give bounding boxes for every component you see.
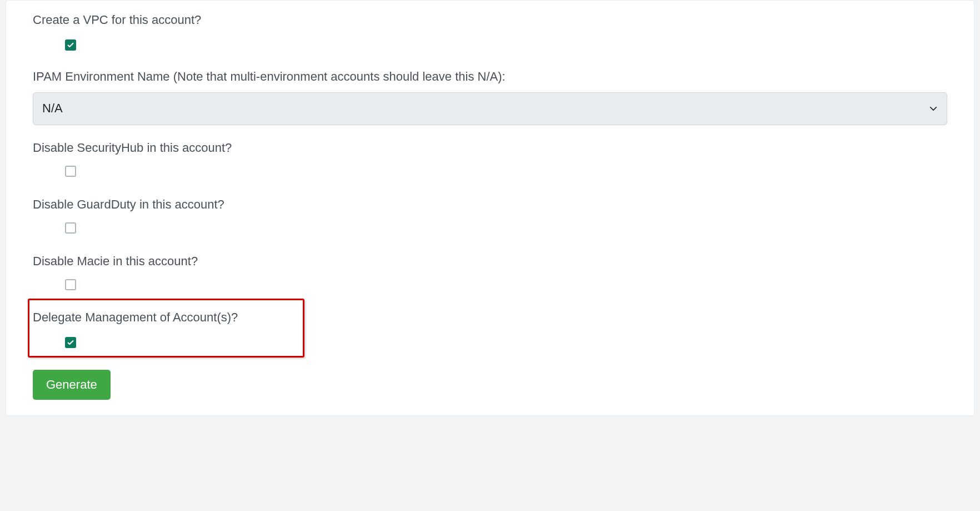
ipam-env-label: IPAM Environment Name (Note that multi-e… xyxy=(33,57,947,86)
disable-guardduty-checkbox[interactable] xyxy=(65,222,76,234)
disable-macie-group: Disable Macie in this account? xyxy=(33,242,947,295)
create-vpc-label: Create a VPC for this account? xyxy=(33,1,947,29)
ipam-env-group: IPAM Environment Name (Note that multi-e… xyxy=(33,57,947,125)
disable-securityhub-group: Disable SecurityHub in this account? xyxy=(33,128,947,182)
ipam-env-select[interactable]: N/A xyxy=(33,92,947,125)
ipam-env-selected-value: N/A xyxy=(42,101,63,115)
check-icon xyxy=(67,41,74,49)
ipam-env-select-wrap: N/A xyxy=(33,92,947,125)
disable-guardduty-group: Disable GuardDuty in this account? xyxy=(33,185,947,239)
check-icon xyxy=(67,339,74,346)
disable-securityhub-checkbox-wrap xyxy=(33,163,947,182)
create-vpc-checkbox-wrap xyxy=(33,36,947,54)
delegate-mgmt-checkbox-wrap xyxy=(33,333,299,351)
disable-macie-checkbox-wrap xyxy=(33,277,947,295)
disable-guardduty-checkbox-wrap xyxy=(33,220,947,239)
delegate-mgmt-label: Delegate Management of Account(s)? xyxy=(33,304,299,326)
delegate-mgmt-group: Delegate Management of Account(s)? xyxy=(33,304,299,351)
disable-securityhub-checkbox[interactable] xyxy=(65,166,76,177)
create-vpc-group: Create a VPC for this account? xyxy=(33,1,947,54)
disable-macie-label: Disable Macie in this account? xyxy=(33,242,947,270)
disable-macie-checkbox[interactable] xyxy=(65,279,76,290)
generate-button[interactable]: Generate xyxy=(33,370,111,400)
disable-guardduty-label: Disable GuardDuty in this account? xyxy=(33,185,947,214)
disable-securityhub-label: Disable SecurityHub in this account? xyxy=(33,128,947,157)
create-vpc-checkbox[interactable] xyxy=(65,39,76,51)
page-container: Create a VPC for this account? IPAM Envi… xyxy=(0,0,980,511)
delegate-mgmt-highlight: Delegate Management of Account(s)? xyxy=(28,299,304,358)
delegate-mgmt-checkbox[interactable] xyxy=(65,337,76,348)
form-card: Create a VPC for this account? IPAM Envi… xyxy=(6,0,974,416)
